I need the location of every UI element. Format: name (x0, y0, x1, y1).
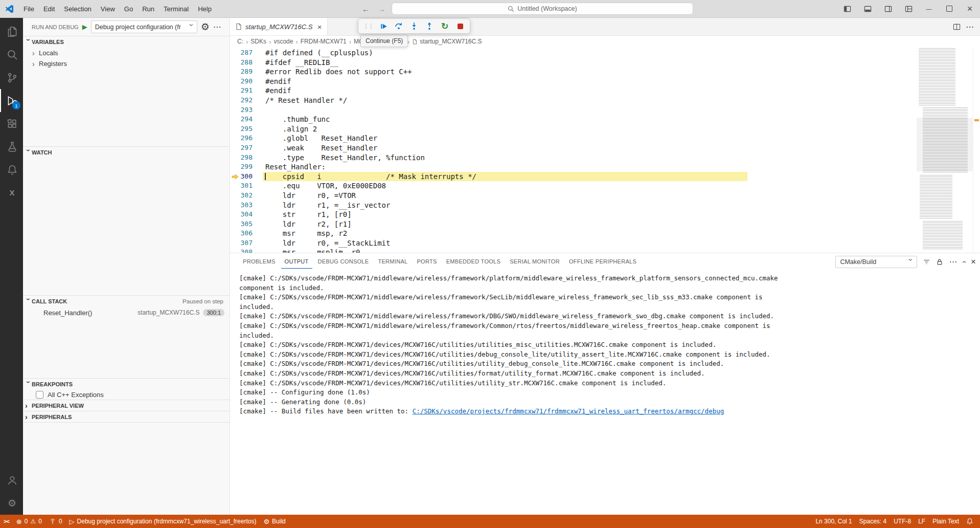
source-control-icon[interactable] (0, 66, 23, 89)
command-center-search[interactable]: Untitled (Workspace) (392, 3, 693, 15)
menu-item[interactable]: Edit (39, 3, 59, 15)
line-number[interactable]: 305 (230, 219, 253, 229)
line-number[interactable]: 301 (230, 181, 253, 191)
customize-layout-button[interactable] (898, 0, 919, 17)
configure-gear-icon[interactable] (201, 21, 210, 33)
peripherals-header[interactable]: PERIPHERALS (23, 411, 230, 422)
restart-button[interactable] (438, 20, 451, 32)
indentation-status[interactable]: Spaces: 4 (856, 515, 890, 528)
menu-item[interactable]: Terminal (159, 3, 193, 15)
code-line[interactable]: 298 .type Reset_Handler, %function (230, 153, 917, 163)
panel-tab[interactable]: TERMINAL (374, 255, 411, 269)
build-button[interactable]: Build (260, 515, 289, 528)
code-editor[interactable]: 287 #if defined (__cplusplus) 288 #ifdef… (230, 47, 980, 253)
line-number[interactable]: 307 (230, 238, 253, 248)
run-and-debug-icon[interactable]: 1 (0, 89, 23, 112)
toggle-secondary-sidebar-button[interactable] (878, 0, 898, 17)
line-number[interactable]: 295 (230, 124, 253, 134)
minimap-slider[interactable] (917, 118, 973, 171)
step-over-button[interactable] (392, 20, 405, 32)
code-line[interactable]: 306 msr msp, r2 (230, 229, 917, 238)
code-line[interactable]: 295 .align 2 (230, 124, 917, 134)
code-line[interactable]: 291 #endif (230, 86, 917, 96)
peripheral-view-header[interactable]: PERIPHERAL VIEW (23, 400, 230, 411)
variables-tree-item[interactable]: Locals (23, 48, 230, 58)
line-number[interactable]: 290 (230, 77, 253, 86)
line-number[interactable]: 308 (230, 248, 253, 253)
variables-tree-item[interactable]: Registers (23, 58, 230, 69)
testing-icon[interactable] (0, 135, 23, 158)
minimap[interactable] (917, 47, 973, 253)
line-number[interactable]: 302 (230, 191, 253, 201)
window-close-button[interactable] (960, 0, 980, 17)
close-panel-icon[interactable] (971, 257, 976, 267)
code-line[interactable]: 294 .thumb_func (230, 115, 917, 124)
line-number[interactable]: 296 (230, 134, 253, 143)
line-number[interactable]: 304 (230, 210, 253, 219)
debug-configuration-select[interactable]: Debug project configuration (fr (91, 20, 197, 33)
panel-tab[interactable]: PROBLEMS (239, 255, 279, 269)
breadcrumb-item[interactable]: vscode (274, 38, 300, 46)
code-line[interactable]: 293 (230, 105, 917, 115)
code-line[interactable]: 300 cpsid i /* Mask interrupts */ (230, 172, 917, 182)
code-line[interactable]: 292 /* Reset Handler */ (230, 96, 917, 105)
code-line[interactable]: 288 #ifdef __REDLIB__ (230, 58, 917, 68)
code-line[interactable]: 290 #endif (230, 77, 917, 86)
explorer-icon[interactable] (0, 20, 23, 43)
build-output-link[interactable]: C:/SDKs/vscode/projects/frdmmcxw71/frdmm… (413, 407, 724, 415)
panel-tab[interactable]: EMBEDDED TOOLS (443, 255, 505, 269)
stop-button[interactable] (453, 20, 467, 32)
toggle-panel-button[interactable] (857, 0, 878, 17)
toolbar-drag-handle[interactable] (361, 23, 375, 30)
step-into-button[interactable] (407, 20, 421, 32)
continue-button[interactable] (377, 20, 390, 32)
panel-more-icon[interactable] (949, 257, 957, 267)
remote-indicator[interactable] (0, 515, 13, 528)
line-number[interactable]: 294 (230, 115, 253, 124)
toggle-primary-sidebar-button[interactable] (837, 0, 857, 17)
search-view-icon[interactable] (0, 43, 23, 66)
back-button[interactable] (360, 5, 372, 13)
line-number[interactable]: 292 (230, 96, 253, 105)
minimize-button[interactable] (919, 0, 939, 17)
problems-status[interactable]: 0 0 (13, 515, 45, 528)
code-line[interactable]: 289 #error Redlib does not support C++ (230, 67, 917, 77)
start-debug-button[interactable] (82, 23, 87, 31)
extensions-icon[interactable] (0, 112, 23, 135)
code-line[interactable]: 287 #if defined (__cplusplus) (230, 48, 917, 58)
panel-tab[interactable]: OUTPUT (281, 255, 312, 269)
overview-ruler[interactable] (973, 47, 980, 253)
code-line[interactable]: 302 ldr r0, =VTOR (230, 191, 917, 201)
line-number[interactable]: 288 (230, 58, 253, 68)
code-line[interactable]: 308 msr msplim, r0 (230, 248, 917, 253)
breadcrumb-item[interactable]: C: (237, 38, 250, 46)
line-number[interactable]: 293 (230, 105, 253, 115)
line-number[interactable]: 299 (230, 162, 253, 172)
tab-close-icon[interactable] (316, 23, 324, 31)
ports-status[interactable]: 0 (45, 515, 66, 528)
code-line[interactable]: 303 ldr r1, =__isr_vector (230, 201, 917, 210)
encoding-status[interactable]: UTF-8 (890, 515, 915, 528)
menu-item[interactable]: Go (120, 3, 138, 15)
code-line[interactable]: 297 .weak Reset_Handler (230, 143, 917, 153)
call-stack-section-header[interactable]: CALL STACK Paused on step (23, 296, 230, 307)
panel-tab[interactable]: DEBUG CONSOLE (314, 255, 373, 269)
manage-gear-icon[interactable] (0, 492, 23, 515)
panel-tab[interactable]: PORTS (413, 255, 440, 269)
debug-configuration-status[interactable]: Debug project configuration (frdmmcxw71_… (66, 515, 260, 528)
breadcrumb-item[interactable]: startup_MCXW716C.S (412, 38, 482, 45)
breadcrumb-item[interactable]: SDKs (250, 38, 274, 46)
step-out-button[interactable] (423, 20, 436, 32)
line-number[interactable]: 287 (230, 48, 253, 58)
code-line[interactable]: 307 ldr r0, =__StackLimit (230, 238, 917, 248)
line-number[interactable]: 289 (230, 67, 253, 77)
code-line[interactable]: 301 .equ VTOR, 0xE000ED08 (230, 181, 917, 191)
editor-tab[interactable]: startup_MCXW716C.S (230, 18, 328, 35)
output-console[interactable]: [cmake] C:/SDKs/vscode/FRDM-MCXW71/middl… (230, 270, 980, 515)
notifications-bell[interactable] (963, 515, 977, 528)
eol-status[interactable]: LF (915, 515, 929, 528)
split-editor-icon[interactable] (953, 23, 961, 31)
code-line[interactable]: 304 str r1, [r0] (230, 210, 917, 219)
menu-item[interactable]: Selection (59, 3, 96, 15)
variables-section-header[interactable]: VARIABLES (23, 36, 230, 48)
